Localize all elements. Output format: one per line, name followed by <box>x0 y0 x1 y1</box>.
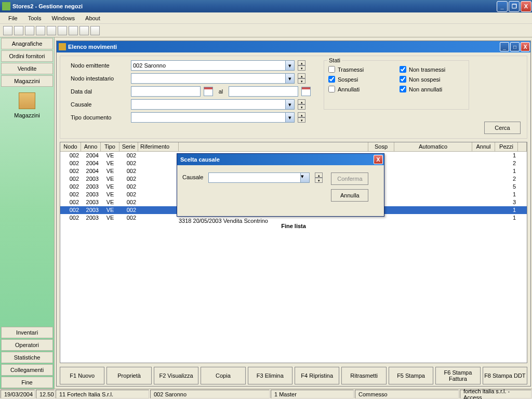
minimize-button[interactable]: _ <box>497 1 508 12</box>
filter-panel: Nodo emittente 002 Saronno▾ ▴▾ Nodo inte… <box>60 56 527 139</box>
status-date: 19/03/2004 <box>1 390 35 398</box>
child-maximize-button[interactable]: □ <box>510 42 520 51</box>
nodo-intestatario-label: Nodo intestatario <box>71 75 128 82</box>
main-titlebar: Stores2 - Gestione negozi _ ❐ X <box>0 0 532 12</box>
chevron-down-icon[interactable]: ▾ <box>285 61 294 70</box>
chevron-down-icon[interactable]: ▾ <box>285 74 294 83</box>
modal-causale-spin[interactable]: ▴▾ <box>315 172 323 183</box>
bottom-button-bar: F1 Nuovo Proprietà F2 Visualizza Copia F… <box>60 365 527 386</box>
fine-lista: Fine lista <box>60 222 527 230</box>
child-title-text: Elenco movimenti <box>68 44 117 50</box>
modal-title-text: Scelta causale <box>180 156 220 163</box>
toolbar-icon-4[interactable] <box>36 26 45 35</box>
toolbar-icon-2[interactable] <box>14 26 23 35</box>
tipo-doc-label: Tipo documento <box>71 114 128 121</box>
btn-f8-stampa-ddt[interactable]: F8 Stampa DDT <box>483 367 527 384</box>
btn-f4-ripristina[interactable]: F4 Ripristina <box>295 367 339 384</box>
col-pezzi[interactable]: Pezzi <box>495 142 518 151</box>
restore-button[interactable]: ❐ <box>509 1 520 12</box>
col-riferimento[interactable]: Riferimento <box>138 142 179 151</box>
col-annul[interactable]: Annul <box>472 142 495 151</box>
btn-f3-elimina[interactable]: F3 Elimina <box>248 367 292 384</box>
btn-ritrasmetti[interactable]: Ritrasmetti <box>341 367 386 384</box>
col-automatico[interactable]: Automatico <box>394 142 472 151</box>
toolbar-icon-3[interactable] <box>25 26 34 35</box>
col-gap[interactable] <box>179 142 368 151</box>
modal-conferma-button[interactable]: Conferma <box>331 172 368 185</box>
status-bar: 19/03/2004 12.50 11 Fortech Italia S.r.l… <box>0 389 532 399</box>
toolbar-icon-7[interactable] <box>69 26 78 35</box>
child-icon <box>59 43 66 50</box>
btn-proprieta[interactable]: Proprietà <box>107 367 151 384</box>
magazzini-label: Magazzini <box>14 112 40 118</box>
modal-scelta-causale: Scelta causale X Causale ▾ ▴▾ Conferma A… <box>177 153 384 217</box>
toolbar-icon-6[interactable] <box>58 26 67 35</box>
data-al-input[interactable] <box>229 86 298 97</box>
chk-non-annullati[interactable] <box>400 86 406 92</box>
nodo-emittente-dropdown[interactable]: 002 Saronno▾ <box>131 60 295 71</box>
sidebar-statistiche[interactable]: Statistiche <box>1 352 53 363</box>
sidebar-magazzini[interactable]: Magazzini <box>1 75 53 87</box>
col-sosp[interactable]: Sosp <box>368 142 394 151</box>
modal-causale-dropdown[interactable]: ▾ <box>208 172 310 183</box>
causale-label: Causale <box>71 101 128 108</box>
btn-f2-visualizza[interactable]: F2 Visualizza <box>154 367 198 384</box>
close-button[interactable]: X <box>521 1 531 12</box>
btn-f6-stampa-fattura[interactable]: F6 Stampa Fattura <box>435 367 480 384</box>
chevron-down-icon[interactable]: ▾ <box>300 173 309 182</box>
data-dal-input[interactable] <box>131 86 201 97</box>
chevron-down-icon[interactable]: ▾ <box>285 113 294 122</box>
child-close-button[interactable]: X <box>521 42 530 51</box>
nodo-emittente-spin[interactable]: ▴▾ <box>298 60 305 71</box>
data-dal-label: Data dal <box>71 88 128 95</box>
sidebar-fine[interactable]: Fine <box>1 377 53 388</box>
nodo-intestatario-spin[interactable]: ▴▾ <box>298 73 305 84</box>
chk-trasmessi[interactable] <box>328 66 335 73</box>
btn-copia[interactable]: Copia <box>201 367 245 384</box>
chk-non-trasmessi[interactable] <box>400 66 406 73</box>
menu-tools[interactable]: Tools <box>23 14 47 23</box>
nodo-emittente-label: Nodo emittente <box>71 62 128 69</box>
col-serie[interactable]: Serie <box>119 142 138 151</box>
sidebar-collegamenti[interactable]: Collegamenti <box>1 364 53 376</box>
menu-windows[interactable]: Windows <box>46 14 80 23</box>
causale-dropdown[interactable]: ▾ <box>131 99 295 110</box>
cerca-button[interactable]: Cerca <box>484 122 521 134</box>
sidebar-operatori[interactable]: Operatori <box>1 339 53 351</box>
sidebar-inventari[interactable]: Inventari <box>1 327 53 338</box>
toolbar-icon-5[interactable] <box>47 26 56 35</box>
sidebar-vendite[interactable]: Vendite <box>1 63 53 74</box>
toolbar-icon-1[interactable] <box>3 26 12 35</box>
chk-non-sospesi[interactable] <box>400 76 406 83</box>
modal-causale-label: Causale <box>182 174 203 180</box>
stati-legend: Stati <box>327 57 342 63</box>
sidebar-ordini[interactable]: Ordini fornitori <box>1 50 53 62</box>
tipo-doc-dropdown[interactable]: ▾ <box>131 112 295 123</box>
btn-f1-nuovo[interactable]: F1 Nuovo <box>60 367 104 384</box>
menubar: File Tools Windows About <box>0 12 532 24</box>
modal-close-button[interactable]: X <box>374 155 383 164</box>
sidebar-anagrafiche[interactable]: Anagrafiche <box>1 38 53 49</box>
status-credits: fortech italia s.r.l. - Access <box>460 390 531 398</box>
modal-annulla-button[interactable]: Annulla <box>331 189 368 202</box>
stati-groupbox: Stati Trasmessi Non trasmessi Sospesi No… <box>324 60 469 110</box>
chk-annullati[interactable] <box>328 86 335 92</box>
toolbar-icon-9[interactable] <box>90 26 100 35</box>
btn-f5-stampa[interactable]: F5 Stampa <box>389 367 433 384</box>
menu-file[interactable]: File <box>3 14 23 23</box>
nodo-intestatario-dropdown[interactable]: ▾ <box>131 73 295 84</box>
calendar-icon[interactable] <box>301 87 311 96</box>
magazzini-icon[interactable] <box>19 92 35 109</box>
chk-sospesi[interactable] <box>328 76 335 83</box>
child-minimize-button[interactable]: _ <box>500 42 509 51</box>
tipo-doc-spin[interactable]: ▴▾ <box>298 112 305 123</box>
causale-spin[interactable]: ▴▾ <box>298 99 305 110</box>
menu-about[interactable]: About <box>80 14 105 23</box>
col-tipo[interactable]: Tipo <box>101 142 119 151</box>
toolbar-icon-8[interactable] <box>79 26 89 35</box>
calendar-icon[interactable] <box>204 87 213 96</box>
partial-visible-row: 3318 20/05/2003 Vendita Scontrino <box>179 218 268 224</box>
chevron-down-icon[interactable]: ▾ <box>285 100 294 109</box>
col-anno[interactable]: Anno <box>81 142 101 151</box>
col-nodo[interactable]: Nodo <box>60 142 81 151</box>
